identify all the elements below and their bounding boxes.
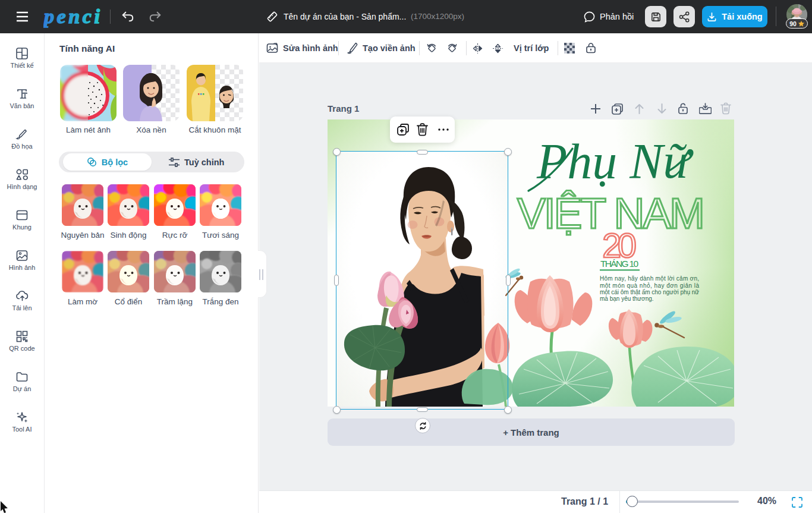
svg-text:THÁNG 10: THÁNG 10 bbox=[600, 259, 638, 269]
svg-text:penci: penci bbox=[43, 5, 100, 27]
svg-text:Phụ Nữ: Phụ Nữ bbox=[536, 134, 694, 189]
svg-text:Hôm nay, hãy dành một lời cảm: Hôm nay, hãy dành một lời cảm ơn, bbox=[600, 275, 699, 282]
svg-text:mà bạn yêu thương.: mà bạn yêu thương. bbox=[600, 295, 654, 302]
svg-text:một món quà nhỏ, hay đơn giản: một món quà nhỏ, hay đơn giản là bbox=[600, 282, 699, 289]
svg-text:một cái ôm thật ấm cho người p: một cái ôm thật ấm cho người phụ nữ bbox=[600, 289, 699, 295]
